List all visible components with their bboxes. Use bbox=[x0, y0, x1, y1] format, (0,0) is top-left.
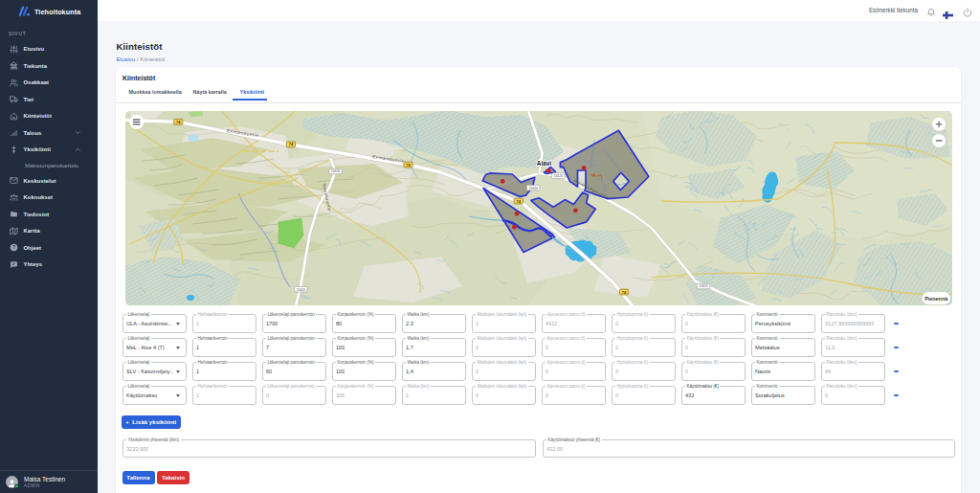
svg-text:15633: 15633 bbox=[330, 169, 340, 173]
svg-text:Pienennä: Pienennä bbox=[924, 296, 948, 302]
svg-text:?: ? bbox=[12, 245, 15, 250]
svg-text:74: 74 bbox=[288, 142, 293, 146]
svg-text:74: 74 bbox=[176, 120, 181, 124]
svg-text:15620: 15620 bbox=[296, 288, 305, 292]
svg-text:15625: 15625 bbox=[699, 284, 708, 288]
svg-text:74: 74 bbox=[621, 290, 626, 295]
svg-text:15623: 15623 bbox=[553, 174, 563, 178]
svg-text:15633: 15633 bbox=[528, 187, 538, 190]
svg-text:Alavi: Alavi bbox=[536, 160, 550, 167]
svg-text:74: 74 bbox=[406, 163, 411, 168]
svg-text:74: 74 bbox=[516, 199, 521, 204]
